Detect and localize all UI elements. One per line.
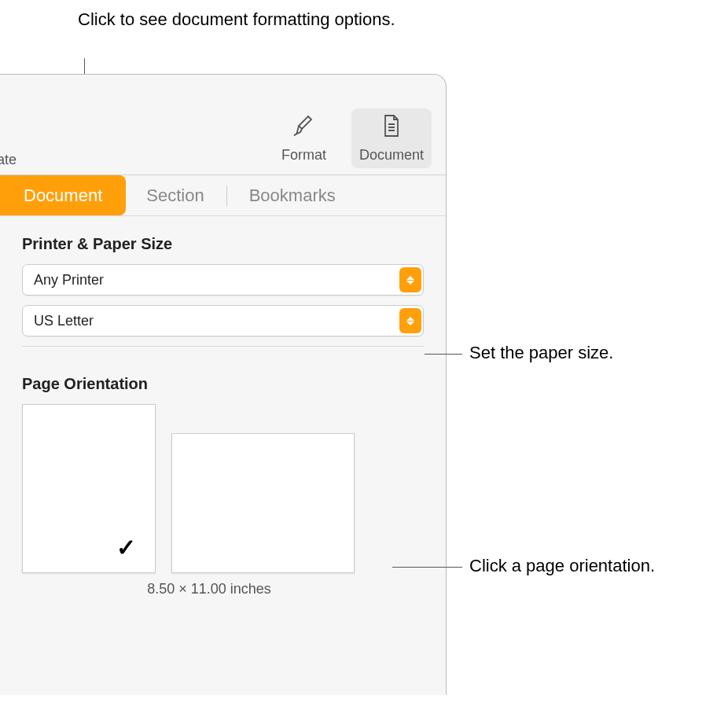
printer-section-title: Printer & Paper Size: [22, 235, 424, 253]
tab-divider: [226, 186, 227, 206]
chevron-updown-icon: [399, 267, 421, 292]
paintbrush-icon: [291, 113, 316, 142]
orientation-portrait-button[interactable]: ✓: [22, 404, 156, 573]
document-icon: [379, 113, 404, 142]
callout-document-options: Click to see document formatting options…: [78, 8, 395, 32]
paper-size-dropdown[interactable]: US Letter: [22, 305, 424, 336]
format-button[interactable]: Format: [274, 108, 334, 168]
orientation-title: Page Orientation: [22, 375, 424, 393]
orientation-options: ✓: [22, 404, 424, 573]
orientation-landscape-button[interactable]: [171, 433, 355, 573]
chevron-updown-icon: [399, 308, 421, 333]
callout-orientation: Click a page orientation.: [469, 556, 655, 576]
callout-line-paper: [425, 354, 462, 355]
tab-bookmarks[interactable]: Bookmarks: [229, 175, 356, 215]
tab-document[interactable]: Document: [0, 175, 126, 215]
tab-section[interactable]: Section: [126, 175, 224, 215]
printer-paper-section: Printer & Paper Size Any Printer US Lett…: [0, 216, 446, 336]
tab-bar: Document Section Bookmarks: [0, 175, 446, 216]
toolbar-item-collaborate-partial: orate: [0, 152, 17, 168]
toolbar: orate Format Document: [0, 75, 446, 175]
document-button[interactable]: Document: [351, 108, 432, 168]
printer-value: Any Printer: [34, 272, 104, 289]
printer-dropdown[interactable]: Any Printer: [22, 264, 424, 296]
inspector-panel: orate Format Document: [0, 74, 447, 695]
orientation-section: Page Orientation ✓ 8.50 × 11.00 inches: [0, 356, 446, 597]
document-label: Document: [359, 147, 424, 164]
format-label: Format: [281, 147, 326, 164]
section-divider: [22, 346, 424, 347]
check-icon: ✓: [116, 534, 136, 561]
paper-size-value: US Letter: [34, 313, 94, 329]
callout-line-orientation: [392, 567, 462, 568]
page-dimensions: 8.50 × 11.00 inches: [44, 581, 374, 597]
callout-paper-size: Set the paper size.: [469, 343, 613, 363]
